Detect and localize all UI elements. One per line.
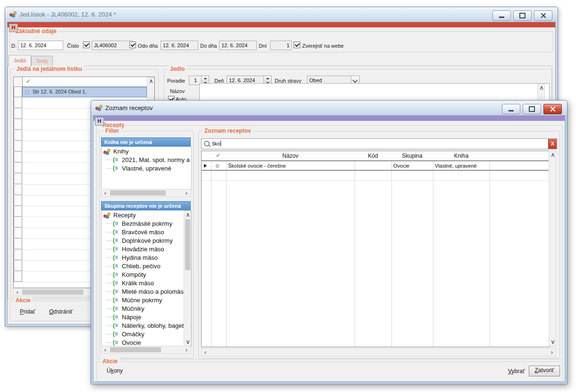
tree-item[interactable]: (≡ Mleté mäso a polomäsit: [102, 287, 184, 296]
groups-filter-header[interactable]: Skupina receptov nie je určená: [101, 201, 191, 210]
row-selector-cell[interactable]: [14, 239, 22, 249]
tab-texty[interactable]: Texty: [31, 56, 53, 66]
maximize-button[interactable]: [523, 104, 541, 114]
vybrat-button[interactable]: Vybrať: [508, 368, 525, 375]
cislo-input[interactable]: JL406002: [92, 41, 133, 50]
groups-vertical-scrollbar[interactable]: ∧ ∨: [184, 211, 191, 346]
scroll-down-icon[interactable]: ∨: [549, 338, 557, 346]
odo-dna-input[interactable]: 12. 6. 2024: [161, 41, 198, 50]
tree-root-recepty[interactable]: Recepty: [102, 211, 184, 219]
nazov-textarea[interactable]: [199, 83, 550, 102]
row-selector-cell[interactable]: [14, 261, 22, 271]
scroll-down-icon[interactable]: ∨: [184, 338, 192, 346]
scrollbar-thumb[interactable]: [110, 347, 161, 352]
zatvorit-button[interactable]: Zatvoriť: [529, 366, 560, 376]
scroll-left-icon[interactable]: ‹: [102, 189, 109, 197]
minimize-button[interactable]: [492, 10, 511, 21]
tree-item[interactable]: (≡ Doplnkové pokrmy: [102, 236, 184, 245]
scroll-left-icon[interactable]: ‹: [202, 349, 209, 356]
row-selector-cell[interactable]: [14, 119, 22, 130]
scrollbar-thumb[interactable]: [110, 190, 166, 196]
tree-item[interactable]: (≡ Nátierky, oblohy, bagety: [102, 321, 184, 330]
row-selector-cell[interactable]: [14, 163, 22, 173]
row-selector-cell[interactable]: [14, 217, 22, 228]
tree-item[interactable]: (≡ Králik mäso: [102, 279, 184, 287]
do-dna-input[interactable]: 12. 6. 2024: [219, 41, 257, 50]
column-header-kniha[interactable]: Kniha: [433, 153, 490, 159]
scroll-right-icon[interactable]: ›: [183, 189, 190, 197]
row-selector-cell[interactable]: [14, 228, 22, 239]
tree-root-knihy[interactable]: Knihy: [102, 147, 191, 155]
titlebar[interactable]: Jed.lístok - JL406002, 12. 6. 2024 *: [5, 7, 558, 22]
nazov-vertical-scrollbar[interactable]: ∧: [537, 84, 545, 101]
recipe-search-box[interactable]: ško X: [201, 138, 557, 149]
row-selector-cell[interactable]: [14, 109, 22, 119]
table-horizontal-scrollbar[interactable]: ‹ ›: [201, 348, 556, 356]
tree-item[interactable]: (≡ Kompóty: [102, 270, 184, 279]
row-selector-cell[interactable]: [14, 206, 22, 217]
row-selector-cell[interactable]: [14, 98, 22, 108]
tree-item[interactable]: (≡ Ovocie: [102, 338, 184, 346]
titlebar[interactable]: Zoznam receptov: [91, 101, 567, 115]
tree-item[interactable]: (≡ Chlieb, pečivo: [102, 262, 184, 270]
odo-dna-checkbox[interactable]: [129, 42, 136, 48]
tab-jedla[interactable]: Jedlá: [8, 55, 31, 67]
scrollbar-thumb[interactable]: [22, 290, 84, 295]
minimize-button[interactable]: [502, 104, 520, 114]
row-selector-cell[interactable]: [14, 174, 22, 184]
row-selector-cell[interactable]: [14, 272, 22, 282]
table-row[interactable]: Školské ovocie - čerešne Ovocie Vlastné,…: [202, 161, 549, 170]
column-header-kod[interactable]: Kód: [355, 153, 391, 159]
minimize-icon: [508, 110, 514, 111]
row-selector-cell[interactable]: [14, 250, 22, 260]
maximize-button[interactable]: [513, 10, 532, 21]
row-selector-cell[interactable]: [14, 130, 22, 141]
tree-item[interactable]: (≡ Múčne pokrmy: [102, 296, 184, 304]
dni-input[interactable]: 1: [270, 41, 292, 50]
cislo-checkbox[interactable]: [83, 42, 90, 48]
search-input[interactable]: ško: [212, 141, 221, 146]
scroll-right-icon[interactable]: ›: [548, 349, 556, 356]
zverejnit-checkbox[interactable]: [294, 42, 300, 48]
d-date-input[interactable]: 12. 6. 2024: [18, 41, 63, 50]
ukony-button[interactable]: Úkony: [107, 367, 123, 374]
h-toolbar-button[interactable]: H: [95, 117, 104, 126]
close-button[interactable]: [534, 10, 552, 21]
tree-item[interactable]: (≡ Nápoje: [102, 313, 184, 321]
books-horizontal-scrollbar[interactable]: ‹ ›: [101, 189, 191, 197]
tree-item[interactable]: (≡ Hydina mäso: [102, 253, 184, 262]
row-selector-cell[interactable]: [14, 196, 22, 206]
pridat-button[interactable]: Pridať: [20, 308, 35, 315]
row-selector-cell[interactable]: [14, 87, 22, 97]
scroll-left-icon[interactable]: ‹: [14, 289, 21, 296]
scroll-right-icon[interactable]: ›: [183, 346, 190, 354]
tree-item[interactable]: (≡ 2021, Mat. spot. normy a r: [102, 155, 191, 164]
scroll-left-icon[interactable]: ‹: [102, 346, 109, 354]
grid-row-selected[interactable]: Str 12. 6. 2024 Obed 1,: [14, 87, 147, 98]
scroll-up-icon[interactable]: ∧: [184, 211, 192, 219]
scroll-up-icon[interactable]: ∧: [549, 151, 557, 159]
groups-horizontal-scrollbar[interactable]: ‹ ›: [101, 346, 191, 354]
tree-item[interactable]: (≡ Bravčové mäso: [102, 228, 184, 236]
clear-search-button[interactable]: X: [548, 139, 557, 149]
tree-item[interactable]: (≡ Vlastné, upravené: [102, 164, 191, 172]
table-vertical-scrollbar[interactable]: ∧ ∨: [549, 151, 556, 346]
scrollbar-thumb[interactable]: [185, 219, 190, 270]
column-header-nazov[interactable]: Názov: [226, 153, 355, 159]
tree-item[interactable]: (≡ Múčniky: [102, 304, 184, 313]
scroll-up-icon[interactable]: ∧: [147, 77, 155, 85]
row-selector-cell[interactable]: [14, 185, 22, 195]
scroll-up-icon[interactable]: ∧: [538, 84, 545, 92]
tree-item[interactable]: (≡ Bezmäsité pokrmy: [102, 219, 184, 228]
row-selector-cell[interactable]: [14, 152, 22, 162]
column-header-skupina[interactable]: Skupina: [391, 153, 433, 159]
close-button[interactable]: [543, 104, 562, 114]
tree-item[interactable]: (≡ Omáčky: [102, 330, 184, 338]
books-filter-header[interactable]: Kniha nie je určená: [101, 137, 191, 146]
grid-corner-cell: [14, 77, 23, 86]
odstranit-button[interactable]: Odstrániť: [49, 308, 73, 315]
tree-item[interactable]: (≡ Hovädzie mäso: [102, 245, 184, 253]
h-toolbar-button[interactable]: H: [9, 24, 18, 32]
row-selector-cell[interactable]: [14, 141, 22, 152]
window-title: Zoznam receptov: [105, 104, 152, 111]
